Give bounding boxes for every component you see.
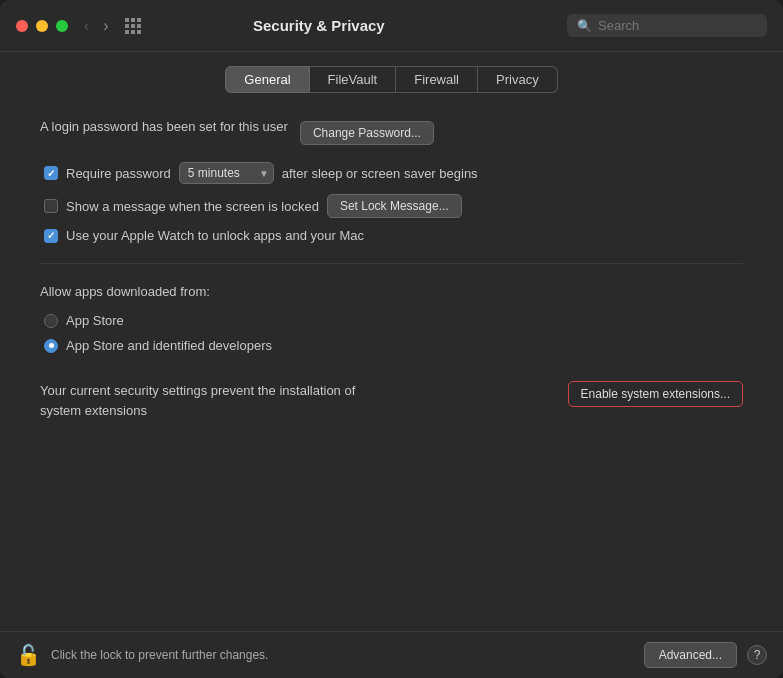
tab-bar: General FileVault Firewall Privacy — [0, 52, 783, 103]
app-store-developers-radio[interactable] — [44, 339, 58, 353]
change-password-button[interactable]: Change Password... — [300, 121, 434, 145]
maximize-button[interactable] — [56, 20, 68, 32]
require-password-row: Require password 5 minutes immediately 5… — [40, 162, 743, 184]
allow-apps-section: Allow apps downloaded from: App Store Ap… — [40, 284, 743, 353]
main-window: ‹ › Security & Privacy 🔍 General FileVau… — [0, 0, 783, 678]
password-timeout-select[interactable]: 5 minutes immediately 5 seconds 1 minute… — [179, 162, 274, 184]
app-store-radio[interactable] — [44, 314, 58, 328]
set-lock-message-button[interactable]: Set Lock Message... — [327, 194, 462, 218]
login-password-row: A login password has been set for this u… — [40, 119, 743, 146]
apple-watch-label: Use your Apple Watch to unlock apps and … — [66, 228, 364, 243]
content-area: A login password has been set for this u… — [0, 103, 783, 631]
advanced-button[interactable]: Advanced... — [644, 642, 737, 668]
require-password-label: Require password — [66, 166, 171, 181]
extensions-text: Your current security settings prevent t… — [40, 381, 552, 420]
minimize-button[interactable] — [36, 20, 48, 32]
show-message-checkbox[interactable] — [44, 199, 58, 213]
enable-extensions-button[interactable]: Enable system extensions... — [568, 381, 743, 407]
traffic-lights — [16, 20, 68, 32]
lock-icon[interactable]: 🔓 — [16, 643, 41, 667]
titlebar: ‹ › Security & Privacy 🔍 — [0, 0, 783, 52]
require-password-checkbox[interactable] — [44, 166, 58, 180]
close-button[interactable] — [16, 20, 28, 32]
require-password-after-label: after sleep or screen saver begins — [282, 166, 478, 181]
show-message-label: Show a message when the screen is locked — [66, 199, 319, 214]
login-password-label: A login password has been set for this u… — [40, 119, 288, 134]
show-message-row: Show a message when the screen is locked… — [40, 194, 743, 218]
password-timeout-wrapper: 5 minutes immediately 5 seconds 1 minute… — [179, 162, 274, 184]
tab-general[interactable]: General — [225, 66, 309, 93]
bottom-bar: 🔓 Click the lock to prevent further chan… — [0, 631, 783, 678]
app-store-developers-radio-row: App Store and identified developers — [40, 338, 743, 353]
tab-firewall[interactable]: Firewall — [396, 66, 478, 93]
extensions-row: Your current security settings prevent t… — [40, 381, 743, 420]
window-title: Security & Privacy — [71, 17, 567, 34]
lock-text: Click the lock to prevent further change… — [51, 648, 634, 662]
search-bar[interactable]: 🔍 — [567, 14, 767, 37]
search-icon: 🔍 — [577, 19, 592, 33]
app-store-label: App Store — [66, 313, 124, 328]
section-divider — [40, 263, 743, 264]
help-button[interactable]: ? — [747, 645, 767, 665]
search-input[interactable] — [598, 18, 757, 33]
tab-privacy[interactable]: Privacy — [478, 66, 558, 93]
app-store-radio-row: App Store — [40, 313, 743, 328]
apple-watch-row: Use your Apple Watch to unlock apps and … — [40, 228, 743, 243]
app-store-developers-label: App Store and identified developers — [66, 338, 272, 353]
tab-filevault[interactable]: FileVault — [310, 66, 397, 93]
allow-apps-label: Allow apps downloaded from: — [40, 284, 743, 299]
apple-watch-checkbox[interactable] — [44, 229, 58, 243]
